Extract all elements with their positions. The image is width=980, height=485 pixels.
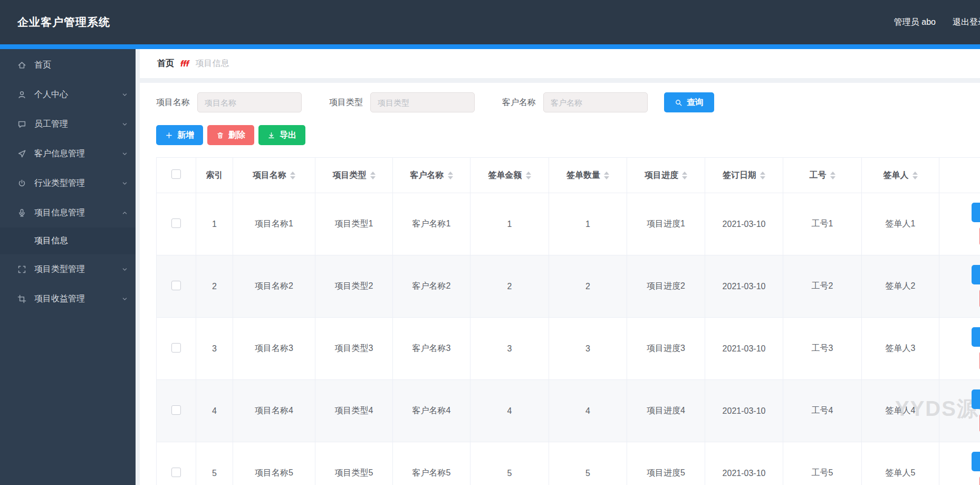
sort-caret-icon[interactable] bbox=[448, 172, 453, 179]
row-checkbox[interactable] bbox=[171, 468, 181, 477]
cell-amount: 5 bbox=[470, 442, 549, 485]
column-header-progress[interactable]: 项目进度 bbox=[627, 158, 705, 193]
sidebar-item-scan[interactable]: 项目类型管理 bbox=[0, 254, 136, 284]
sidebar-subitem[interactable]: 项目信息 bbox=[0, 227, 136, 254]
sort-caret-icon[interactable] bbox=[912, 172, 918, 179]
sidebar-item-send[interactable]: 客户信息管理 bbox=[0, 139, 136, 168]
row-checkbox[interactable] bbox=[171, 281, 181, 290]
project-name-input[interactable] bbox=[197, 92, 302, 112]
cell-signer: 签单人1 bbox=[862, 193, 939, 255]
filter-bar: 项目名称 项目类型 客户名称 查询 bbox=[156, 92, 975, 112]
column-header-signer[interactable]: 签单人 bbox=[862, 158, 939, 193]
search-button[interactable]: 查询 bbox=[664, 92, 714, 112]
filter-label-project-name: 项目名称 bbox=[156, 97, 190, 108]
cell-customer: 客户名称3 bbox=[393, 318, 470, 380]
sort-caret-icon[interactable] bbox=[604, 172, 609, 179]
cell-quantity: 4 bbox=[549, 380, 627, 442]
projects-table: 索引项目名称项目类型客户名称签单金额签单数量项目进度签订日期工号签单人操作 1项… bbox=[156, 157, 980, 485]
chevron-down-icon bbox=[121, 91, 128, 98]
content-card: 项目名称 项目类型 客户名称 查询 新增 bbox=[140, 83, 980, 485]
sort-caret-icon[interactable] bbox=[830, 172, 835, 179]
column-header-checkbox bbox=[157, 158, 196, 193]
cell-checkbox bbox=[157, 380, 196, 442]
cell-customer: 客户名称1 bbox=[393, 193, 470, 255]
sort-caret-icon[interactable] bbox=[682, 172, 687, 179]
row-action-doc-详情[interactable]: 详情 bbox=[972, 203, 980, 222]
cell-customer: 客户名称4 bbox=[393, 380, 470, 442]
sidebar-item-comment[interactable]: 员工管理 bbox=[0, 109, 136, 139]
crop-icon bbox=[17, 294, 26, 303]
column-header-type[interactable]: 项目类型 bbox=[315, 158, 393, 193]
column-header-date[interactable]: 签订日期 bbox=[705, 158, 783, 193]
project-type-input[interactable] bbox=[370, 92, 475, 112]
cell-progress: 项目进度3 bbox=[627, 318, 705, 380]
comment-icon bbox=[17, 120, 26, 129]
row-action-doc-详情[interactable]: 详情 bbox=[972, 389, 980, 409]
cell-workid: 工号5 bbox=[783, 442, 862, 485]
cell-checkbox bbox=[157, 442, 196, 485]
select-all-checkbox[interactable] bbox=[171, 169, 181, 179]
cell-actions: 详情收益分配修改删除 bbox=[939, 442, 980, 485]
cell-type: 项目类型1 bbox=[315, 193, 393, 255]
sort-caret-icon[interactable] bbox=[290, 172, 295, 179]
row-action-doc-详情[interactable]: 详情 bbox=[972, 265, 980, 284]
sort-caret-icon[interactable] bbox=[760, 172, 765, 179]
sidebar-item-crop[interactable]: 项目收益管理 bbox=[0, 284, 136, 313]
cell-workid: 工号3 bbox=[783, 318, 862, 380]
sidebar-item-label: 个人中心 bbox=[34, 89, 68, 100]
column-header-amount[interactable]: 签单金额 bbox=[470, 158, 549, 193]
plus-icon bbox=[165, 131, 173, 139]
table-header: 索引项目名称项目类型客户名称签单金额签单数量项目进度签订日期工号签单人操作 bbox=[157, 158, 980, 193]
chevron-up-icon bbox=[121, 210, 128, 216]
sort-caret-icon[interactable] bbox=[526, 172, 531, 179]
table-row: 2项目名称2项目类型2客户名称222项目进度22021-03-10工号2签单人2… bbox=[157, 255, 980, 318]
cell-actions: 详情收益分配修改删除 bbox=[939, 193, 980, 255]
cell-checkbox bbox=[157, 193, 196, 255]
sidebar-item-power[interactable]: 行业类型管理 bbox=[0, 168, 136, 198]
sidebar-item-label: 首页 bbox=[34, 60, 51, 71]
table-row: 4项目名称4项目类型4客户名称444项目进度42021-03-10工号4签单人4… bbox=[157, 380, 980, 442]
add-button[interactable]: 新增 bbox=[156, 125, 203, 145]
cell-index: 3 bbox=[196, 318, 233, 380]
sidebar-item-mic[interactable]: 项目信息管理 bbox=[0, 198, 136, 227]
cell-actions: 详情收益分配修改删除 bbox=[939, 380, 980, 442]
row-checkbox[interactable] bbox=[171, 218, 181, 228]
column-header-quantity[interactable]: 签单数量 bbox=[549, 158, 627, 193]
row-action-doc-详情[interactable]: 详情 bbox=[972, 327, 980, 347]
cell-progress: 项目进度4 bbox=[627, 380, 705, 442]
logout-link[interactable]: 退出登录 bbox=[953, 17, 980, 28]
breadcrumb-home-link[interactable]: 首页 bbox=[157, 58, 174, 69]
sidebar-item-home[interactable]: 首页 bbox=[0, 50, 136, 80]
scan-icon bbox=[17, 265, 26, 274]
cell-signer: 签单人2 bbox=[862, 255, 939, 318]
customer-name-input[interactable] bbox=[543, 92, 648, 112]
home-icon bbox=[17, 61, 26, 70]
cell-actions: 详情收益分配修改删除 bbox=[939, 318, 980, 380]
cell-name: 项目名称2 bbox=[233, 255, 315, 318]
column-header-name[interactable]: 项目名称 bbox=[233, 158, 315, 193]
cell-date: 2021-03-10 bbox=[705, 380, 783, 442]
mic-icon bbox=[17, 208, 26, 217]
power-icon bbox=[17, 179, 26, 188]
cell-workid: 工号4 bbox=[783, 380, 862, 442]
row-checkbox[interactable] bbox=[171, 343, 181, 353]
top-navbar: 企业客户管理系统 管理员 abo 退出登录 bbox=[0, 0, 980, 44]
column-header-workid[interactable]: 工号 bbox=[783, 158, 862, 193]
column-header-actions: 操作 bbox=[939, 158, 980, 193]
chevron-down-icon bbox=[121, 266, 128, 273]
row-action-doc-详情[interactable]: 详情 bbox=[972, 452, 980, 471]
cell-index: 2 bbox=[196, 255, 233, 318]
main-area: 首页 fff 项目信息 项目名称 项目类型 客户名称 查询 bbox=[140, 49, 980, 485]
cell-type: 项目类型2 bbox=[315, 255, 393, 318]
row-checkbox[interactable] bbox=[171, 405, 181, 415]
sidebar-item-user[interactable]: 个人中心 bbox=[0, 80, 136, 109]
sidebar-item-label: 项目类型管理 bbox=[34, 264, 85, 275]
sort-caret-icon[interactable] bbox=[370, 172, 376, 179]
export-button[interactable]: 导出 bbox=[258, 125, 305, 145]
cell-name: 项目名称4 bbox=[233, 380, 315, 442]
delete-button[interactable]: 删除 bbox=[207, 125, 254, 145]
search-icon bbox=[675, 99, 683, 107]
breadcrumb-separator-icon: fff bbox=[180, 59, 189, 69]
column-header-customer[interactable]: 客户名称 bbox=[393, 158, 470, 193]
filter-label-customer-name: 客户名称 bbox=[502, 97, 536, 108]
